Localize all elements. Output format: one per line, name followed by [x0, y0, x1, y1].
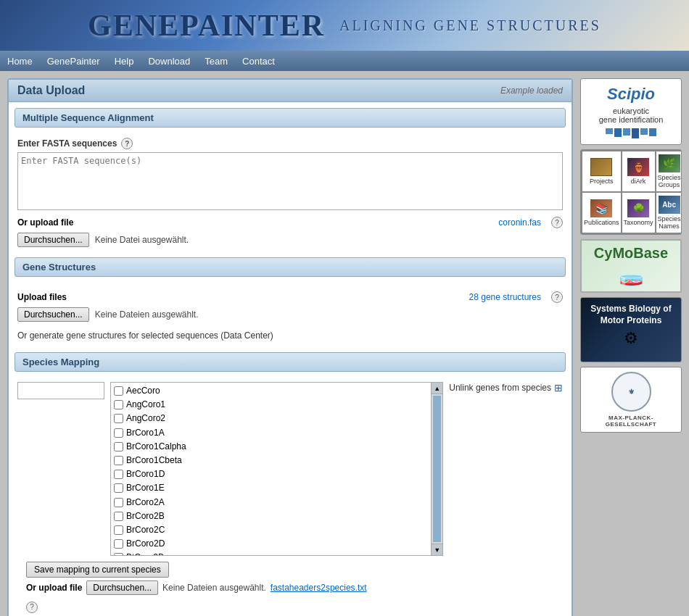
species-search-input[interactable]	[17, 382, 104, 399]
species-help-icon[interactable]: ?	[26, 602, 38, 613]
species-item-6: BrCoro1D	[114, 467, 428, 481]
cymobase-title: CyMoBase	[586, 245, 676, 262]
species-checkbox-10[interactable]	[114, 525, 123, 535]
species-item-12: BtCoro2B	[114, 551, 428, 556]
or-generate-text: Or generate gene structures for selected…	[9, 326, 572, 346]
site-subtitle: ALIGNING GENE STRUCTURES	[339, 17, 601, 34]
species-checkbox-2[interactable]	[114, 414, 123, 423]
species-names-label: Species Names	[658, 215, 681, 230]
publications-icon: 📚	[590, 199, 612, 217]
scipio-bar-5	[640, 128, 648, 135]
site-title: GENEPAINTER	[88, 8, 325, 43]
scipio-bar-2	[614, 128, 622, 137]
unlink-icon[interactable]: ⊞	[554, 382, 563, 394]
nav-team[interactable]: Team	[205, 56, 228, 67]
species-list-wrapper: AecCoro AngCoro1 AngCoro2 BrCoro1A BrCor…	[110, 382, 443, 556]
fasta-browse-button[interactable]: Durchsuchen...	[17, 233, 89, 247]
species-checkbox-4[interactable]	[114, 442, 123, 451]
publications-label: Publications	[584, 219, 619, 226]
gene-browse-row: Durchsuchen... Keine Dateien ausgewählt.	[17, 307, 563, 322]
nav-help[interactable]: Help	[115, 56, 134, 67]
fasta-help-icon[interactable]: ?	[121, 138, 133, 149]
systems-biology-text: Systems Biology of Motor Proteins	[587, 304, 675, 326]
maxplanck-text: MAX-PLANCK-GESELLSCHAFT	[585, 415, 677, 428]
nav-contact[interactable]: Contact	[242, 56, 275, 67]
species-item-8: BrCoro2A	[114, 496, 428, 509]
species-checkbox-12[interactable]	[114, 553, 123, 556]
icon-cell-species-groups[interactable]: 🌿 Species Groups	[656, 151, 682, 191]
species-layout: AecCoro AngCoro1 AngCoro2 BrCoro1A BrCor…	[17, 382, 563, 556]
fasta-file-link[interactable]: coronin.fas	[498, 217, 541, 228]
gene-no-file: Keine Dateien ausgewählt.	[95, 309, 199, 320]
species-item-9: BrCoro2B	[114, 509, 428, 523]
nav-genepainter[interactable]: GenePainter	[47, 56, 100, 67]
species-list-with-scroll: AecCoro AngCoro1 AngCoro2 BrCoro1A BrCor…	[110, 382, 443, 556]
icon-cell-projects[interactable]: Projects	[582, 151, 621, 191]
cymobase-image: 🧫	[586, 263, 676, 287]
data-upload-title: Data Upload	[17, 84, 85, 97]
scipio-bars	[587, 128, 675, 138]
icon-cell-taxonomy[interactable]: 🌳 Taxonomy	[622, 193, 655, 233]
icon-cell-species-names[interactable]: Abc Species Names	[656, 193, 682, 233]
species-scrollbar: ▲ ▼	[432, 382, 443, 556]
icon-grid-card[interactable]: Projects 🏺 diArk 🌿 Species Groups 📚 Publ…	[580, 149, 682, 235]
icon-cell-publications[interactable]: 📚 Publications	[582, 193, 621, 233]
species-upload-label: Or upload file	[26, 583, 82, 593]
icon-cell-diark[interactable]: 🏺 diArk	[622, 151, 655, 191]
scipio-card[interactable]: Scipio eukaryoticgene identification	[580, 78, 682, 145]
species-names-icon: Abc	[659, 196, 680, 214]
save-mapping-button[interactable]: Save mapping to current species	[26, 562, 169, 578]
main-layout: Data Upload Example loaded Multiple Sequ…	[0, 71, 689, 616]
fasta-upload-row: Or upload file coronin.fas ?	[17, 217, 563, 228]
cymobase-card[interactable]: CyMoBase 🧫	[580, 239, 682, 293]
gene-upload-label: Upload files	[17, 292, 67, 302]
fasta-label: Enter FASTA sequences ?	[17, 138, 563, 149]
projects-icon	[590, 158, 612, 176]
scipio-subtitle: eukaryoticgene identification	[587, 107, 675, 124]
diark-label: diArk	[631, 178, 646, 185]
species-checkbox-5[interactable]	[114, 456, 123, 465]
fasta-upload-help-icon[interactable]: ?	[551, 217, 563, 228]
unlink-section: Unlink genes from species ⊞	[449, 382, 563, 394]
species-checkbox-8[interactable]	[114, 498, 123, 507]
fasta-textarea[interactable]	[17, 152, 563, 210]
nav-download[interactable]: Download	[148, 56, 190, 67]
left-panel: Data Upload Example loaded Multiple Sequ…	[7, 78, 573, 616]
species-checkbox-9[interactable]	[114, 512, 123, 521]
species-groups-icon: 🌿	[659, 154, 680, 172]
species-browse-button[interactable]: Durchsuchen...	[86, 580, 158, 595]
unlink-label: Unlink genes from species ⊞	[449, 382, 563, 394]
species-checkbox-1[interactable]	[114, 400, 123, 409]
species-groups-label: Species Groups	[658, 174, 681, 188]
right-sidebar: Scipio eukaryoticgene identification Pro…	[580, 78, 682, 616]
species-checkbox-0[interactable]	[114, 386, 123, 396]
gene-upload-row: Upload files 28 gene structures ?	[17, 291, 563, 303]
data-upload-box: Data Upload Example loaded Multiple Sequ…	[7, 78, 573, 616]
species-checkbox-11[interactable]	[114, 539, 123, 549]
maxplanck-card[interactable]: ⚜ MAX-PLANCK-GESELLSCHAFT	[580, 367, 682, 433]
maxplanck-logo: ⚜	[611, 372, 651, 412]
scroll-up-button[interactable]: ▲	[432, 383, 442, 394]
species-checkboxes: AecCoro AngCoro1 AngCoro2 BrCoro1A BrCor…	[110, 382, 432, 556]
systems-biology-card[interactable]: Systems Biology of Motor Proteins ⚙	[580, 297, 682, 362]
gene-help-icon[interactable]: ?	[551, 291, 563, 303]
example-loaded[interactable]: Example loaded	[500, 86, 563, 96]
nav-home[interactable]: Home	[7, 56, 33, 67]
species-checkbox-3[interactable]	[114, 428, 123, 438]
species-checkbox-7[interactable]	[114, 483, 123, 493]
species-mapping-content: AecCoro AngCoro1 AngCoro2 BrCoro1A BrCor…	[9, 378, 572, 616]
scroll-down-button[interactable]: ▼	[432, 544, 442, 555]
species-item-11: BrCoro2D	[114, 537, 428, 551]
species-no-file: Keine Dateien ausgewählt.	[162, 583, 266, 593]
navbar: Home GenePainter Help Download Team Cont…	[0, 51, 689, 71]
scroll-thumb	[433, 396, 441, 542]
systems-biology-image: ⚙	[587, 329, 675, 348]
gene-count-link[interactable]: 28 gene structures	[469, 292, 541, 302]
species-help-row: ?	[17, 598, 563, 616]
scipio-bar-6	[649, 128, 656, 136]
species-item-0: AecCoro	[114, 384, 428, 398]
gene-browse-button[interactable]: Durchsuchen...	[17, 307, 89, 322]
scipio-title: Scipio	[587, 85, 675, 104]
species-checkbox-6[interactable]	[114, 470, 123, 479]
fasta-link[interactable]: fastaheaders2species.txt	[271, 583, 367, 593]
